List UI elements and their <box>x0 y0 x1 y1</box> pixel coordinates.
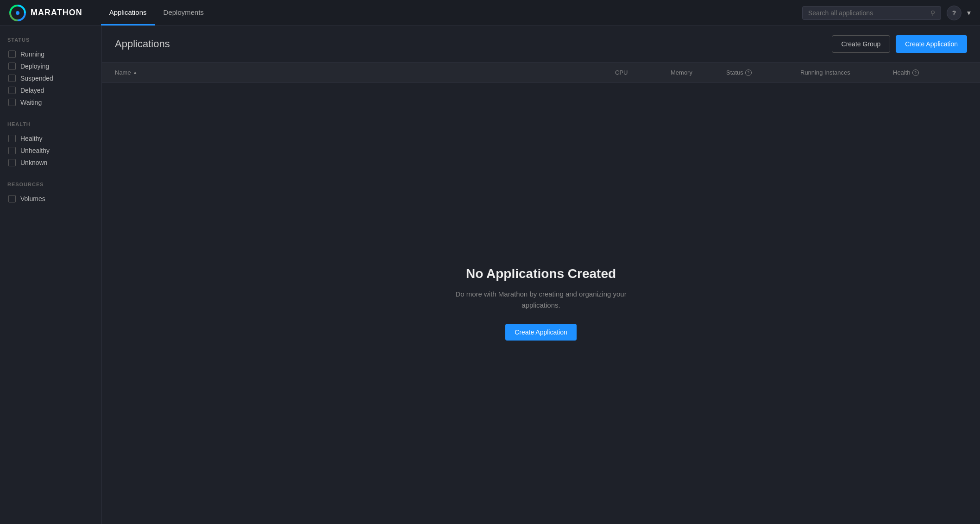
nav-right: ⚲ ? ▾ <box>802 6 971 20</box>
filter-checkbox-unknown[interactable] <box>8 159 16 166</box>
status-help-icon[interactable]: ? <box>745 69 752 76</box>
filter-label-delayed: Delayed <box>20 87 44 94</box>
empty-state: No Applications Created Do more with Mar… <box>102 83 980 524</box>
filter-checkbox-waiting[interactable] <box>8 99 16 106</box>
search-box[interactable]: ⚲ <box>802 6 941 20</box>
filter-label-volumes: Volumes <box>20 195 45 202</box>
filter-item-suspended[interactable]: Suspended <box>7 72 94 84</box>
filter-checkbox-healthy[interactable] <box>8 135 16 142</box>
main-layout: STATUS Running Deploying Suspended Delay… <box>0 26 980 524</box>
filter-label-unhealthy: Unhealthy <box>20 147 50 154</box>
create-application-button-empty[interactable]: Create Application <box>505 324 577 341</box>
content-header: Applications Create Group Create Applica… <box>102 26 980 63</box>
resources-section-title: RESOURCES <box>7 182 94 187</box>
health-section-title: HEALTH <box>7 121 94 127</box>
col-name: Name ▲ <box>115 69 615 76</box>
col-cpu: CPU <box>615 69 671 76</box>
content-area: Applications Create Group Create Applica… <box>102 26 980 524</box>
filter-item-unhealthy[interactable]: Unhealthy <box>7 145 94 157</box>
filter-label-healthy: Healthy <box>20 135 42 142</box>
filter-checkbox-running[interactable] <box>8 51 16 58</box>
filter-section-status: STATUS Running Deploying Suspended Delay… <box>7 37 94 108</box>
tab-applications[interactable]: Applications <box>101 0 155 25</box>
col-running-instances: Running Instances <box>800 69 893 76</box>
filter-item-healthy[interactable]: Healthy <box>7 133 94 145</box>
col-memory: Memory <box>671 69 726 76</box>
page-title: Applications <box>115 38 170 50</box>
filter-label-waiting: Waiting <box>20 99 42 106</box>
filter-checkbox-suspended[interactable] <box>8 75 16 82</box>
filter-item-volumes[interactable]: Volumes <box>7 193 94 205</box>
empty-description: Do more with Marathon by creating and or… <box>453 289 629 311</box>
table-header: Name ▲ CPU Memory Status ? Running Insta… <box>102 63 980 83</box>
health-help-icon[interactable]: ? <box>912 69 919 76</box>
tab-deployments[interactable]: Deployments <box>155 0 213 25</box>
app-name: MARATHON <box>31 8 82 18</box>
filter-item-delayed[interactable]: Delayed <box>7 84 94 96</box>
search-input[interactable] <box>808 9 928 17</box>
filter-label-unknown: Unknown <box>20 159 47 166</box>
filter-checkbox-deploying[interactable] <box>8 63 16 70</box>
filter-label-suspended: Suspended <box>20 75 53 82</box>
nav-tabs: Applications Deployments <box>101 0 802 25</box>
status-section-title: STATUS <box>7 37 94 43</box>
col-health: Health ? <box>893 69 967 76</box>
create-application-button-header[interactable]: Create Application <box>896 35 967 53</box>
filter-label-deploying: Deploying <box>20 63 49 70</box>
chevron-down-icon: ▾ <box>967 8 971 17</box>
help-button[interactable]: ? <box>947 6 961 20</box>
filter-section-health: HEALTH Healthy Unhealthy Unknown <box>7 121 94 169</box>
filter-item-unknown[interactable]: Unknown <box>7 157 94 169</box>
header-actions: Create Group Create Application <box>832 35 967 53</box>
sidebar: STATUS Running Deploying Suspended Delay… <box>0 26 102 524</box>
sort-ascending-icon[interactable]: ▲ <box>133 70 138 75</box>
filter-checkbox-volumes[interactable] <box>8 195 16 202</box>
filter-section-resources: RESOURCES Volumes <box>7 182 94 205</box>
empty-title: No Applications Created <box>466 266 616 281</box>
filter-checkbox-delayed[interactable] <box>8 87 16 94</box>
user-dropdown[interactable]: ▾ <box>967 8 971 17</box>
filter-item-waiting[interactable]: Waiting <box>7 96 94 108</box>
search-icon: ⚲ <box>930 9 935 17</box>
filter-item-running[interactable]: Running <box>7 48 94 60</box>
filter-checkbox-unhealthy[interactable] <box>8 147 16 154</box>
create-group-button[interactable]: Create Group <box>832 35 891 53</box>
svg-point-2 <box>16 11 19 15</box>
col-status: Status ? <box>726 69 800 76</box>
filter-item-deploying[interactable]: Deploying <box>7 60 94 72</box>
filter-label-running: Running <box>20 51 44 58</box>
topnav: MARATHON Applications Deployments ⚲ ? ▾ <box>0 0 980 26</box>
logo-area: MARATHON <box>9 5 82 21</box>
marathon-logo-icon <box>9 5 26 21</box>
